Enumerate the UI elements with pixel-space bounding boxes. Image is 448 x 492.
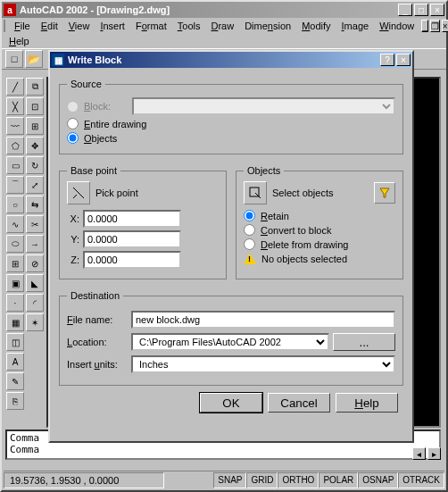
fillet-icon[interactable]: ◜ (26, 294, 44, 312)
cancel-button[interactable]: Cancel (268, 393, 330, 413)
xline-icon[interactable]: ╳ (6, 97, 24, 115)
filename-input[interactable] (131, 311, 395, 329)
units-label: Insert units: (67, 359, 131, 370)
toggle-osnap[interactable]: OSNAP (358, 472, 398, 488)
location-combo[interactable]: C:\Program Files\AutoCAD 2002 (131, 333, 329, 351)
maximize-button[interactable]: □ (414, 4, 428, 16)
line-icon[interactable]: ╱ (6, 78, 24, 96)
toggle-grid[interactable]: GRID (246, 472, 278, 488)
toggle-otrack[interactable]: OTRACK (398, 472, 444, 488)
dialog-close-button[interactable]: × (396, 54, 411, 66)
source-block-row: Block: (67, 97, 395, 115)
objects-group: Objects Select objects Retain Convert to… (236, 165, 403, 279)
radio-entire-drawing[interactable] (67, 118, 79, 129)
radio-delete[interactable] (244, 238, 255, 250)
pick-point-button[interactable] (67, 181, 90, 204)
menu-help[interactable]: Help (4, 35, 35, 47)
offset-icon[interactable]: ⊡ (26, 97, 44, 115)
autocad-icon: a (4, 4, 16, 16)
open-icon[interactable]: 📂 (25, 50, 43, 68)
status-bar: 19.5736, 1.9530 , 0.0000 SNAP GRID ORTHO… (4, 471, 444, 488)
units-combo[interactable]: Inches (131, 355, 395, 373)
source-entire-row[interactable]: Entire drawing (67, 118, 395, 129)
toggle-snap[interactable]: SNAP (213, 472, 246, 488)
point-icon[interactable]: · (6, 294, 24, 312)
draw-toolbar: ╱ ╳ 〰 ⬠ ▭ ⌒ ○ ∿ ⬭ ⊞ ▣ · ▦ ◫ A ✎ ⎘ ⧉ ⊡ ⊞ … (5, 77, 45, 428)
browse-button[interactable]: ... (333, 333, 395, 351)
scroll-left-icon[interactable]: ◂ (412, 447, 426, 460)
radio-objects-label: Objects (84, 133, 117, 144)
minimize-button[interactable]: _ (398, 4, 412, 16)
select-objects-icon (248, 186, 262, 200)
hatch-icon[interactable]: ▦ (6, 313, 24, 331)
scale-icon[interactable]: ⤢ (26, 176, 44, 194)
circle-icon[interactable]: ○ (6, 196, 24, 213)
erase-icon[interactable]: ✎ (6, 372, 24, 390)
radio-block (67, 101, 79, 113)
mdi-minimize-button[interactable]: _ (421, 20, 428, 32)
break-icon[interactable]: ⊘ (26, 254, 44, 272)
ellipse-icon[interactable]: ⬭ (6, 235, 24, 253)
quick-select-button[interactable] (374, 182, 395, 204)
block-icon[interactable]: ▣ (6, 274, 24, 292)
move-icon[interactable]: ✥ (26, 137, 44, 154)
insert-icon[interactable]: ⊞ (6, 254, 24, 272)
radio-convert[interactable] (244, 224, 255, 236)
app-titlebar[interactable]: a AutoCAD 2002 - [Drawing2.dwg] _ □ × (2, 2, 446, 18)
destination-group: Destination File name: Location: C:\Prog… (59, 290, 403, 386)
dialog-button-row: OK Cancel Help (59, 393, 403, 413)
menu-draw[interactable]: Draw (205, 20, 239, 32)
close-button[interactable]: × (430, 4, 444, 16)
trim-icon[interactable]: ✂ (26, 215, 44, 233)
basepoint-group: Base point Pick point X: Y: Z: (59, 165, 227, 279)
copy-icon[interactable]: ⎘ (6, 392, 24, 410)
menubar: File Edit View Insert Format Tools Draw … (2, 18, 446, 34)
menu-format[interactable]: Format (130, 20, 172, 32)
document-icon (4, 20, 5, 32)
help-button[interactable]: Help (336, 393, 398, 413)
menu-insert[interactable]: Insert (95, 20, 130, 32)
rectangle-icon[interactable]: ▭ (6, 156, 24, 174)
menu-tools[interactable]: Tools (172, 20, 206, 32)
menu-view[interactable]: View (63, 20, 95, 32)
menu-modify[interactable]: Modify (296, 20, 336, 32)
dialog-help-button[interactable]: ? (380, 54, 394, 66)
pline-icon[interactable]: 〰 (6, 117, 24, 135)
explode-icon[interactable]: ✶ (26, 313, 44, 331)
spline-icon[interactable]: ∿ (6, 215, 24, 233)
new-icon[interactable]: □ (5, 50, 23, 68)
select-objects-button[interactable] (244, 181, 267, 204)
x-input[interactable] (83, 210, 181, 228)
mdi-close-button[interactable]: × (442, 20, 448, 32)
z-input[interactable] (83, 251, 181, 269)
region-icon[interactable]: ◫ (6, 333, 24, 351)
source-objects-row[interactable]: Objects (67, 132, 395, 144)
polygon-icon[interactable]: ⬠ (6, 137, 24, 154)
radio-retain-label: Retain (261, 211, 289, 221)
arc-icon[interactable]: ⌒ (6, 176, 24, 194)
extend-icon[interactable]: → (26, 235, 44, 253)
radio-retain[interactable] (244, 210, 255, 221)
menu-file[interactable]: File (9, 20, 36, 32)
y-input[interactable] (83, 230, 181, 248)
menu-dimension[interactable]: Dimension (239, 20, 296, 32)
toggle-ortho[interactable]: ORTHO (278, 472, 319, 488)
menu-image[interactable]: Image (336, 20, 375, 32)
chamfer-icon[interactable]: ◣ (26, 274, 44, 292)
array-icon[interactable]: ⊞ (26, 117, 44, 135)
toggle-polar[interactable]: POLAR (319, 472, 358, 488)
mdi-restore-button[interactable]: ❐ (430, 20, 440, 32)
destination-legend: Destination (67, 290, 123, 301)
radio-objects[interactable] (67, 132, 79, 144)
stretch-icon[interactable]: ⇆ (26, 196, 44, 213)
scroll-right-icon[interactable]: ▸ (427, 447, 441, 460)
dialog-titlebar[interactable]: ▦ Write Block ? × (50, 52, 412, 68)
ok-button[interactable]: OK (200, 393, 262, 413)
radio-entire-label: Entire drawing (84, 119, 146, 129)
rotate-icon[interactable]: ↻ (26, 156, 44, 174)
filter-icon (378, 187, 391, 199)
text-icon[interactable]: A (6, 353, 24, 371)
menu-window[interactable]: Window (374, 20, 419, 32)
menu-edit[interactable]: Edit (36, 20, 63, 32)
mirror-icon[interactable]: ⧉ (26, 78, 44, 96)
